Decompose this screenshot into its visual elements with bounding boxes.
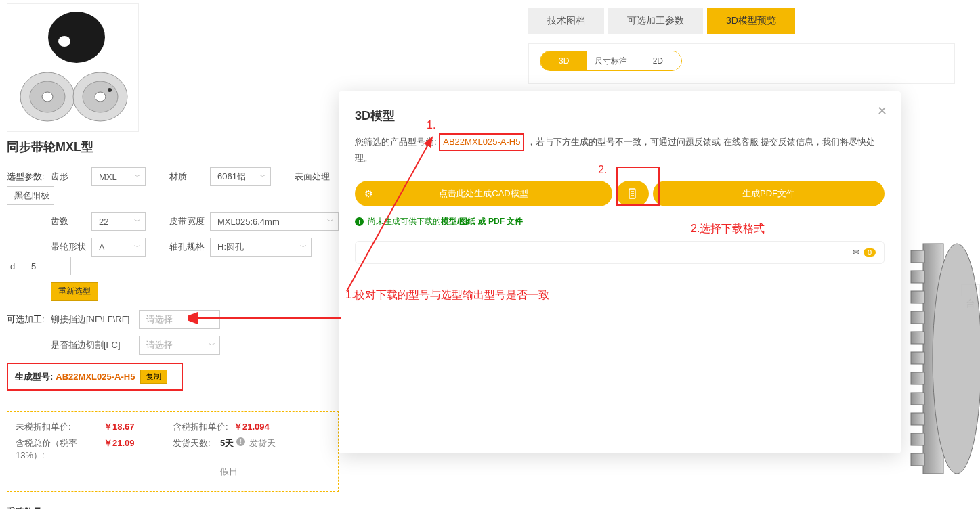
reset-selection-button[interactable]: 重新选型 (51, 282, 98, 301)
svg-rect-18 (911, 413, 924, 425)
price-total: 含税总价（税率13%）: ￥21.09 (16, 437, 173, 462)
material-label: 材质 (169, 171, 210, 183)
close-icon[interactable]: ✕ (877, 104, 887, 118)
pulley-shape-select[interactable]: A ﹀ (91, 238, 146, 257)
quantity-section: 采购数量: − + (PCS) ! 不同的数量对应不同的折扣 (7, 506, 339, 509)
no-download-message: i 尚未生成可供下载的 模型/图纸 或 PDF 文件 (355, 216, 885, 227)
flange-cut-select[interactable]: 请选择 ﹀ (139, 336, 220, 355)
svg-point-21 (933, 244, 980, 474)
pulley-illustration (12, 10, 134, 125)
pulley-shape-value: A (99, 242, 105, 252)
pill-3d[interactable]: 3D (540, 51, 587, 70)
shaft-hole-value: H:圆孔 (217, 241, 244, 253)
copy-button[interactable]: 复制 (140, 370, 167, 384)
d-select[interactable]: 5 (24, 257, 71, 275)
holiday: 假日 (173, 466, 330, 478)
flange-cut-label: 是否挡边切割[FC] (51, 339, 139, 351)
generate-pdf-label: 生成PDF文件 (742, 187, 795, 200)
belt-width-select[interactable]: MXL025:6.4mm ﹀ (210, 212, 339, 231)
ship-label: 发货天数: (173, 437, 220, 462)
modal-desc-prefix: 您筛选的产品型号为: (355, 137, 437, 147)
product-panel: 同步带轮MXL型 选型参数: 齿形 MXL ﹀ 材质 6061铝 ﹀ 表面处理 … (7, 0, 339, 509)
gear-3d-render (910, 237, 980, 481)
tab-3d-preview[interactable]: 3D模型预览 (707, 8, 795, 34)
svg-rect-14 (911, 332, 924, 344)
preview-frame: 3D 尺寸标注 2D (528, 43, 955, 84)
info-icon[interactable]: ! (236, 437, 245, 446)
tab-tech-docs[interactable]: 技术图档 (528, 8, 604, 34)
file-icon (627, 188, 638, 199)
generated-value: AB22MXL025-A-H5 (56, 372, 135, 382)
holiday-label: 假日 (220, 466, 238, 478)
params-section-label: 选型参数: (7, 171, 47, 183)
svg-point-8 (108, 88, 112, 92)
svg-rect-10 (911, 250, 924, 263)
chevron-down-icon: ﹀ (327, 217, 334, 226)
format-select-button[interactable] (616, 181, 649, 206)
pill-dimensions[interactable]: 尺寸标注 (587, 51, 634, 70)
chevron-down-icon: ﹀ (134, 242, 141, 252)
modal-model-highlight: AB22MXL025-A-H5 (439, 133, 524, 151)
generate-cad-button[interactable]: ⚙ 点击此处生成CAD模型 (355, 181, 612, 206)
belt-width-value: MXL025:6.4mm (217, 217, 280, 227)
ship-days: 发货天数: 5天 ! 发货天 (173, 437, 330, 462)
chevron-down-icon: ﹀ (259, 172, 266, 181)
chevron-down-icon: ﹀ (134, 172, 141, 181)
view-mode-pills: 3D 尺寸标注 2D (540, 51, 682, 71)
inbox-count: 0 (864, 248, 876, 257)
surface-label: 表面处理 (295, 171, 335, 183)
info-icon: i (355, 217, 364, 226)
generate-pdf-button[interactable]: 生成PDF文件 (653, 181, 885, 206)
tooth-count-value: 22 (99, 217, 108, 227)
envelope-icon: ✉ (853, 248, 859, 257)
generated-model-box: 生成型号: AB22MXL025-A-H5 复制 (7, 363, 183, 391)
price-ex-tax-value: ￥18.67 (104, 421, 135, 433)
price-total-value: ￥21.09 (104, 437, 135, 462)
price-box: 未税折扣单价: ￥18.67 含税折扣单价: ￥21.094 含税总价（税率13… (7, 411, 339, 492)
generate-cad-label: 点击此处生成CAD模型 (439, 187, 528, 200)
chevron-down-icon: ﹀ (209, 315, 215, 324)
svg-rect-12 (911, 291, 924, 303)
svg-rect-13 (911, 311, 924, 324)
svg-rect-19 (911, 433, 924, 445)
flange-cut-placeholder: 请选择 (146, 339, 173, 351)
no-download-text-a: 尚未生成可供下载的 (368, 216, 441, 227)
svg-point-1 (58, 36, 70, 47)
tooth-shape-select[interactable]: MXL ﹀ (91, 167, 146, 186)
tooth-count-select[interactable]: 22 ﹀ (91, 212, 146, 231)
belt-width-label: 皮带宽度 (169, 215, 210, 227)
svg-rect-16 (911, 372, 924, 384)
svg-rect-17 (911, 393, 924, 405)
material-value: 6061铝 (217, 171, 246, 183)
chevron-down-icon: ﹀ (134, 217, 141, 226)
cad-button-row: ⚙ 点击此处生成CAD模型 生成PDF文件 (355, 181, 885, 206)
tab-optional-params[interactable]: 可选加工参数 (608, 8, 703, 34)
svg-rect-15 (911, 352, 924, 364)
ship-extra-label: 发货天 (249, 437, 276, 462)
shaft-hole-label: 轴孔规格 (169, 241, 210, 253)
modal-title: 3D模型 (355, 108, 885, 124)
d-label: d (10, 261, 24, 271)
price-ex-tax: 未税折扣单价: ￥18.67 (16, 421, 173, 433)
shaft-hole-select[interactable]: H:圆孔 ﹀ (210, 238, 312, 257)
optional-row-1: 可选加工: 铆接挡边[NF\LF\RF] 请选择 ﹀ (7, 310, 339, 329)
surface-value: 黑色阳极 (14, 190, 49, 202)
surface-select[interactable]: 黑色阳极 (7, 186, 54, 205)
chevron-down-icon: ﹀ (300, 242, 307, 252)
pill-2d[interactable]: 2D (635, 51, 681, 70)
quantity-label: 采购数量: (7, 506, 339, 509)
rivet-select[interactable]: 请选择 ﹀ (139, 310, 220, 329)
ship-value: 5天 (220, 437, 234, 462)
no-download-text-b: 模型/图纸 或 PDF 文件 (441, 216, 523, 227)
price-inc-tax-label: 含税折扣单价: (173, 421, 234, 433)
product-image (7, 3, 139, 132)
material-select[interactable]: 6061铝 ﹀ (210, 167, 271, 186)
svg-point-0 (48, 12, 105, 63)
svg-point-4 (42, 92, 53, 102)
inbox-row[interactable]: ✉ 0 (355, 241, 885, 264)
modal-description: 您筛选的产品型号为: AB22MXL025-A-H5 ，若与下方生成的型号不一致… (355, 133, 885, 166)
price-total-label: 含税总价（税率13%）: (16, 437, 104, 462)
tooth-count-label: 齿数 (51, 215, 91, 227)
rivet-placeholder: 请选择 (146, 313, 173, 326)
optional-section-label: 可选加工: (7, 313, 47, 326)
